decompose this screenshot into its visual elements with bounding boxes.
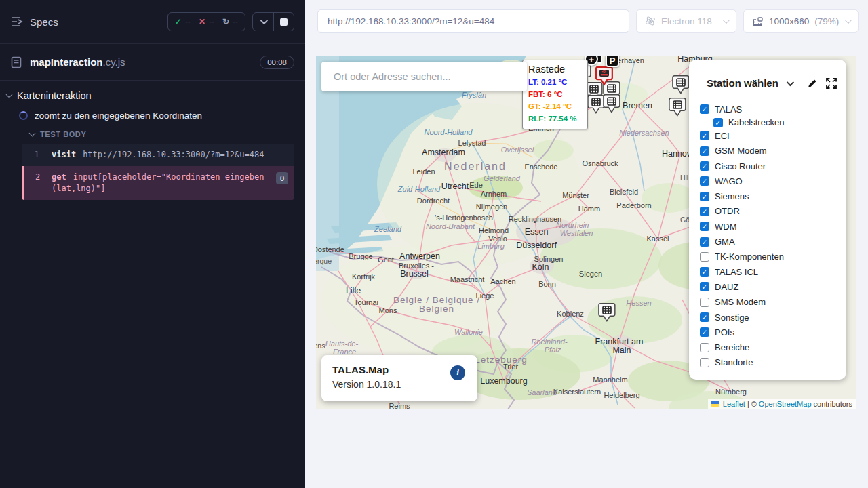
station-filter-gma[interactable]: ✓GMA [700, 234, 841, 249]
checkbox-label: DAUZ [715, 282, 738, 292]
chevron-down-icon [29, 130, 36, 137]
suite-karteninteraktion[interactable]: Karteninteraktion [0, 81, 305, 101]
chevron-down-icon [6, 92, 13, 98]
checkbox-icon[interactable]: ✓ [700, 161, 709, 171]
tooltip-measurement: RLF: 77.54 % [528, 113, 582, 125]
edit-pencil-icon[interactable] [807, 78, 818, 89]
command-row-get[interactable]: 2 getinput[placeholder="Koordinaten eing… [22, 166, 294, 200]
spec-duration-badge: 00:08 [260, 56, 294, 69]
map-search-box[interactable] [321, 62, 527, 92]
tooltip-measurement: LT: 0.21 °C [528, 76, 582, 88]
map-canvas[interactable]: HamburgerhavenBremenNiedersachsenHannove… [316, 56, 856, 409]
specs-header: Specs ✓-- ✕-- ↻-- [0, 0, 305, 43]
checkbox-icon[interactable] [700, 358, 709, 367]
check-icon: ✓ [175, 17, 182, 26]
station-filter-bereiche[interactable]: Bereiche [700, 340, 841, 354]
spec-file-icon [11, 56, 22, 68]
checkbox-icon[interactable]: ✓ [700, 222, 709, 231]
checkbox-icon[interactable]: ✓ [700, 267, 709, 277]
checkbox-icon[interactable]: ✓ [700, 282, 709, 291]
checkbox-icon[interactable]: ✓ [700, 131, 709, 140]
station-filter-wdm[interactable]: ✓WDM [700, 219, 841, 234]
ruler-icon [752, 16, 764, 26]
collapse-button[interactable] [253, 12, 273, 31]
station-filter-dauz[interactable]: ✓DAUZ [700, 279, 841, 294]
app-version: Version 1.0.18.1 [332, 379, 467, 390]
browser-select[interactable]: Electron 118 [636, 9, 736, 33]
stop-button[interactable] [273, 12, 294, 31]
station-filter-sms-modem[interactable]: SMS Modem [700, 295, 841, 310]
checkbox-icon[interactable]: ✓ [700, 207, 709, 216]
test-body-toggle[interactable]: TEST BODY [0, 121, 305, 140]
element-count-badge: 0 [276, 172, 288, 184]
cypress-reporter: Specs ✓-- ✕-- ↻-- mapInteraction.cy.js 0… [0, 0, 305, 488]
checkbox-icon[interactable]: ✓ [700, 104, 709, 114]
station-filter-otdr[interactable]: ✓OTDR [700, 204, 841, 219]
red-pin-marker[interactable] [595, 66, 613, 90]
osm-link[interactable]: OpenStreetMap [759, 400, 812, 408]
checkbox-icon[interactable]: ✓ [700, 237, 709, 247]
refresh-icon: ↻ [222, 17, 229, 26]
station-filter-eci[interactable]: ✓ECI [700, 128, 841, 143]
panel-title: Station wählen [707, 77, 778, 89]
checkbox-label: GSM Modem [715, 146, 767, 156]
checkbox-label: Standorte [715, 357, 753, 367]
checkbox-icon[interactable]: ✓ [700, 192, 709, 201]
x-icon: ✕ [199, 17, 205, 26]
info-icon[interactable]: i [450, 365, 465, 380]
command-row-visit[interactable]: 1 visithttp://192.168.10.33:3000/?m=12&u… [22, 144, 294, 166]
checkbox-icon[interactable]: ✓ [700, 312, 709, 322]
station-filter-pois[interactable]: ✓POIs [700, 325, 841, 340]
checkbox-label: Sonstige [715, 312, 749, 323]
specs-title: Specs [30, 16, 58, 28]
p-marker-marker[interactable]: P [606, 56, 619, 67]
command-log: 1 visithttp://192.168.10.33:3000/?m=12&u… [22, 144, 294, 200]
checkbox-icon[interactable]: ✓ [713, 118, 723, 127]
checkbox-icon[interactable] [700, 298, 709, 307]
station-pin-marker[interactable] [598, 302, 616, 327]
tooltip-measurement: FBT: 6 °C [528, 88, 582, 100]
station-filter-sonstige[interactable]: ✓Sonstige [700, 310, 841, 325]
checkbox-label: Siemens [715, 191, 749, 201]
station-pin-marker[interactable] [669, 97, 686, 121]
search-input[interactable] [334, 71, 515, 82]
spec-file-row[interactable]: mapInteraction.cy.js 00:08 [0, 44, 305, 80]
station-filter-panel: Station wählen ✓TALAS✓Kabelstrecken✓ECI✓… [689, 60, 846, 380]
checkbox-label: TALAS [715, 104, 742, 115]
chevron-down-icon [723, 17, 730, 24]
station-filter-standorte[interactable]: Standorte [700, 355, 841, 370]
checkbox-icon[interactable] [700, 343, 709, 352]
checkbox-label: SMS Modem [715, 297, 766, 307]
chevron-down-icon [260, 17, 268, 24]
spec-file-name: mapInteraction.cy.js [30, 56, 252, 68]
checkbox-icon[interactable]: ✓ [700, 327, 709, 337]
tooltip-title: Rastede [528, 64, 582, 75]
station-pin-marker[interactable] [603, 94, 620, 118]
checkbox-icon[interactable] [700, 252, 709, 262]
checkbox-label: GMA [715, 237, 735, 247]
chevron-down-icon[interactable] [787, 78, 794, 85]
checkbox-icon[interactable]: ✓ [700, 176, 709, 186]
station-filter-tk-komponenten[interactable]: TK-Komponenten [700, 249, 841, 264]
station-pin-marker[interactable] [672, 75, 690, 99]
aut-url-bar[interactable]: http://192.168.10.33:3000/?m=12&u=484 [317, 9, 629, 33]
test-title-row[interactable]: zoomt zu den eingegebenen Koordinaten [0, 101, 305, 121]
station-filter-talas-icl[interactable]: ✓TALAS ICL [700, 264, 841, 279]
specs-menu-icon[interactable] [11, 16, 23, 27]
station-filter-gsm-modem[interactable]: ✓GSM Modem [700, 144, 841, 159]
map-attribution: Leaflet | © OpenStreetMap contributors [708, 399, 856, 409]
expand-icon[interactable] [826, 78, 837, 89]
station-tooltip: Rastede LT: 0.21 °CFBT: 6 °CGT: -2.14 °C… [522, 60, 588, 129]
checkbox-label: POIs [715, 327, 734, 338]
leaflet-link[interactable]: Leaflet [723, 400, 745, 408]
station-filter-cisco-router[interactable]: ✓Cisco Router [700, 159, 841, 174]
station-filter-talas[interactable]: ✓TALAS [700, 102, 841, 117]
station-panel-header: Station wählen [689, 77, 846, 89]
station-filter-siemens[interactable]: ✓Siemens [700, 188, 841, 203]
checkbox-label: Cisco Router [715, 161, 766, 171]
station-filter-kabelstrecken[interactable]: ✓Kabelstrecken [713, 117, 841, 128]
checkbox-icon[interactable]: ✓ [700, 146, 709, 156]
station-list: ✓TALAS✓Kabelstrecken✓ECI✓GSM Modem✓Cisco… [700, 102, 841, 370]
viewport-select[interactable]: 1000x660 (79%) [743, 9, 859, 33]
station-filter-wago[interactable]: ✓WAGO [700, 174, 841, 188]
